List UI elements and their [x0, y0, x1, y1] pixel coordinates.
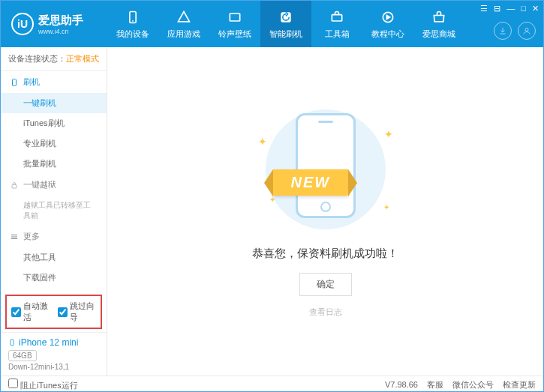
sidebar-item-batch[interactable]: 批量刷机 — [1, 154, 107, 174]
svg-rect-8 — [13, 79, 17, 85]
svg-marker-6 — [386, 15, 389, 19]
nav-ringtone[interactable]: 铃声壁纸 — [209, 1, 260, 47]
list-icon — [10, 232, 19, 241]
menu-icon[interactable]: ☰ — [480, 4, 488, 13]
wallpaper-icon — [227, 9, 243, 25]
sidebar-item-download[interactable]: 下载固件 — [1, 268, 107, 288]
logo-icon: iU — [11, 13, 34, 35]
main-content: ✦ ✦ ✦ ✦ NEW 恭喜您，保资料刷机成功啦！ 确定 查看日志 — [107, 47, 543, 376]
minimize-icon[interactable]: — — [506, 4, 515, 13]
toolbox-icon — [329, 9, 345, 25]
app-name: 爱思助手 — [38, 13, 83, 28]
refresh-icon — [278, 9, 294, 25]
nav-apps[interactable]: 应用游戏 — [158, 1, 209, 47]
lock-icon[interactable]: ⊟ — [494, 4, 500, 13]
sidebar-item-pro[interactable]: 专业刷机 — [1, 133, 107, 154]
checkbox-skip-guide[interactable]: 跳过向导 — [58, 301, 97, 323]
nav-tutorial[interactable]: 教程中心 — [362, 1, 413, 47]
svg-rect-4 — [332, 14, 341, 20]
phone-small-icon — [10, 78, 19, 87]
update-link[interactable]: 检查更新 — [503, 379, 536, 391]
device-name: iPhone 12 mini — [8, 337, 99, 348]
view-log-link[interactable]: 查看日志 — [309, 307, 342, 318]
svg-rect-9 — [12, 184, 17, 188]
tutorial-icon — [380, 9, 396, 25]
header-side-controls — [494, 22, 536, 40]
sidebar: 设备连接状态：正常模式 刷机 一键刷机 iTunes刷机 专业刷机 批量刷机 一… — [1, 47, 107, 376]
apps-icon — [176, 9, 192, 25]
svg-rect-2 — [230, 13, 239, 21]
nav-my-device[interactable]: 我的设备 — [107, 1, 158, 47]
new-ribbon: NEW — [273, 169, 349, 196]
sidebar-item-oneclick[interactable]: 一键刷机 — [1, 93, 107, 113]
connection-status: 设备连接状态：正常模式 — [1, 47, 107, 71]
footer: 阻止iTunes运行 V7.98.66 客服 微信公众号 检查更新 — [1, 376, 543, 392]
success-illustration: ✦ ✦ ✦ ✦ NEW — [251, 106, 401, 233]
sidebar-item-advanced[interactable]: 高级功能 — [1, 288, 107, 292]
lock-small-icon — [10, 181, 19, 190]
device-phone-icon — [8, 337, 16, 348]
success-message: 恭喜您，保资料刷机成功啦！ — [252, 247, 398, 261]
phone-icon — [125, 9, 141, 25]
version-label: V7.98.66 — [385, 380, 418, 389]
download-icon[interactable] — [494, 22, 512, 40]
service-link[interactable]: 客服 — [427, 379, 443, 391]
sidebar-group-flash[interactable]: 刷机 — [1, 71, 107, 93]
app-website: www.i4.cn — [38, 28, 83, 35]
device-storage: 64GB — [8, 350, 37, 361]
ok-button[interactable]: 确定 — [299, 273, 352, 296]
checkbox-block-itunes[interactable]: 阻止iTunes运行 — [8, 379, 78, 391]
nav-store[interactable]: 爱思商城 — [413, 1, 464, 47]
checkbox-area: 自动激活 跳过向导 — [5, 295, 102, 329]
nav-tools[interactable]: 工具箱 — [311, 1, 362, 47]
device-info[interactable]: iPhone 12 mini 64GB Down-12mini-13,1 — [1, 332, 107, 376]
window-controls: ☰ ⊟ — □ ✕ — [480, 4, 539, 13]
sidebar-item-other[interactable]: 其他工具 — [1, 247, 107, 268]
svg-rect-13 — [11, 340, 14, 346]
user-icon[interactable] — [518, 22, 536, 40]
checkbox-auto-activate[interactable]: 自动激活 — [11, 301, 50, 323]
device-model: Down-12mini-13,1 — [8, 363, 99, 371]
main-nav: 我的设备 应用游戏 铃声壁纸 智能刷机 工具箱 教程中心 爱思商城 — [107, 1, 464, 47]
sidebar-group-more[interactable]: 更多 — [1, 226, 107, 247]
logo-area: iU 爱思助手 www.i4.cn — [1, 13, 107, 35]
close-icon[interactable]: ✕ — [532, 4, 539, 13]
maximize-icon[interactable]: □ — [521, 4, 526, 13]
sidebar-item-itunes[interactable]: iTunes刷机 — [1, 113, 107, 133]
svg-point-7 — [525, 28, 528, 31]
jailbreak-note: 越狱工具已转移至工具箱 — [1, 196, 107, 226]
sidebar-group-jailbreak[interactable]: 一键越狱 — [1, 174, 107, 196]
store-icon — [431, 9, 447, 25]
app-header: iU 爱思助手 www.i4.cn 我的设备 应用游戏 铃声壁纸 智能刷机 工具… — [1, 1, 543, 47]
nav-flash[interactable]: 智能刷机 — [260, 1, 311, 47]
wechat-link[interactable]: 微信公众号 — [452, 379, 494, 391]
